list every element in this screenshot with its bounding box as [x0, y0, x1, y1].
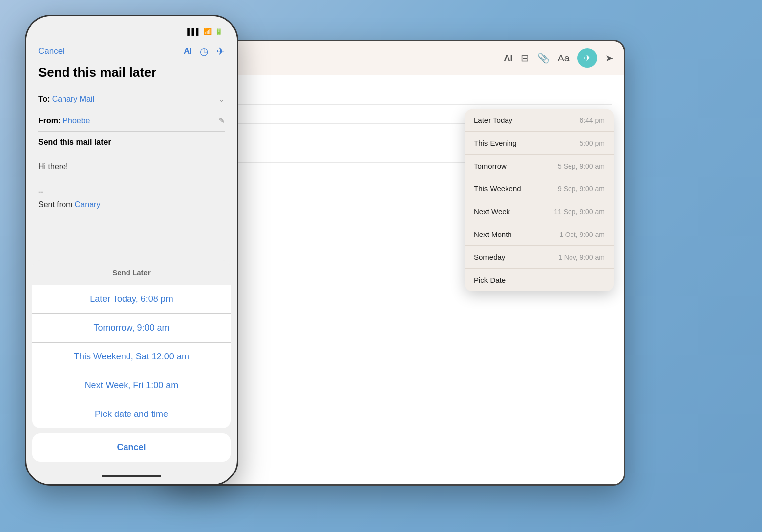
iphone-from-chevron: ✎ — [218, 116, 225, 125]
iphone-subject-field: Send this mail later — [38, 132, 225, 153]
dropdown-item-later-today[interactable]: Later Today 6:44 pm — [465, 109, 614, 132]
iphone-home-indicator — [26, 468, 237, 484]
action-sheet-item-later-today[interactable]: Later Today, 6:08 pm — [32, 285, 231, 314]
iphone-device: ▌▌▌ 📶 🔋 Cancel AI ◷ ✈ Send this mail lat… — [25, 15, 238, 486]
dropdown-label-pick-date: Pick Date — [474, 276, 506, 284]
dropdown-item-next-week[interactable]: Next Week 11 Sep, 9:00 am — [465, 200, 614, 223]
dropdown-label-this-weekend: This Weekend — [474, 184, 521, 193]
dropdown-item-this-weekend[interactable]: This Weekend 9 Sep, 9:00 am — [465, 177, 614, 200]
dropdown-time-next-week: 11 Sep, 9:00 am — [554, 208, 605, 216]
iphone-send-later-icon[interactable]: ◷ — [200, 45, 208, 57]
attachment-icon[interactable]: 📎 — [537, 52, 550, 64]
template-icon[interactable]: ⊟ — [521, 52, 529, 64]
action-sheet: Send Later Later Today, 6:08 pm Tomorrow… — [32, 260, 231, 428]
battery-icon: 🔋 — [215, 28, 223, 35]
iphone-send-icon[interactable]: ✈ — [216, 45, 225, 57]
dropdown-item-next-month[interactable]: Next Month 1 Oct, 9:00 am — [465, 223, 614, 246]
ipad-to-field: Canary Mail — [177, 85, 612, 105]
iphone-signature-line1: -- — [38, 187, 44, 196]
dropdown-label-this-evening: This Evening — [474, 139, 517, 147]
iphone-from-field: From: Phoebe ✎ — [38, 110, 225, 132]
action-sheet-header: Send Later — [32, 260, 231, 285]
send-later-button-circle[interactable]: ✈ — [577, 48, 597, 68]
dropdown-time-next-month: 1 Oct, 9:00 am — [559, 231, 605, 238]
iphone-body-text: Hi there! -- Sent from Canary — [38, 153, 225, 218]
dropdown-item-this-evening[interactable]: This Evening 5:00 pm — [465, 132, 614, 155]
dropdown-label-someday: Someday — [474, 253, 505, 261]
iphone-to-chevron: ⌄ — [218, 94, 225, 104]
iphone-top-icons: AI ◷ ✈ — [184, 45, 225, 57]
iphone-cancel-topbar-button[interactable]: Cancel — [38, 46, 64, 56]
action-sheet-cancel-button[interactable]: Cancel — [32, 433, 231, 462]
dropdown-item-someday[interactable]: Someday 1 Nov, 9:00 am — [465, 246, 614, 269]
iphone-from-value[interactable]: Phoebe — [63, 117, 90, 125]
iphone-ai-button[interactable]: AI — [184, 46, 192, 56]
wifi-icon: 📶 — [204, 28, 212, 35]
dropdown-time-tomorrow: 5 Sep, 9:00 am — [558, 162, 605, 170]
iphone-greeting: Hi there! — [38, 162, 68, 171]
dropdown-item-tomorrow[interactable]: Tomorrow 5 Sep, 9:00 am — [465, 155, 614, 177]
dropdown-item-pick-date[interactable]: Pick Date — [465, 269, 614, 291]
iphone-compose-area: To: Canary Mail ⌄ From: Phoebe ✎ Send th… — [26, 88, 237, 260]
dropdown-time-later-today: 6:44 pm — [579, 117, 605, 124]
iphone-signature-line2: Sent from — [38, 200, 72, 209]
iphone-to-field: To: Canary Mail ⌄ — [38, 88, 225, 110]
font-icon[interactable]: Aa — [558, 53, 570, 64]
iphone-title: Send this mail later — [26, 63, 237, 88]
dropdown-time-someday: 1 Nov, 9:00 am — [558, 253, 605, 261]
dropdown-label-tomorrow: Tomorrow — [474, 162, 507, 170]
send-later-dropdown: Later Today 6:44 pm This Evening 5:00 pm… — [465, 109, 614, 291]
iphone-status-icons: ▌▌▌ 📶 🔋 — [187, 28, 223, 35]
dropdown-time-this-evening: 5:00 pm — [579, 139, 605, 147]
iphone-status-bar: ▌▌▌ 📶 🔋 — [26, 16, 237, 41]
signal-icon: ▌▌▌ — [187, 28, 201, 35]
iphone-top-bar: Cancel AI ◷ ✈ — [26, 41, 237, 63]
dropdown-time-this-weekend: 9 Sep, 9:00 am — [558, 185, 605, 193]
send-later-circle-icon: ✈ — [584, 53, 591, 63]
dropdown-label-later-today: Later Today — [474, 116, 512, 124]
dropdown-label-next-week: Next Week — [474, 207, 510, 216]
iphone-canary-link[interactable]: Canary — [75, 200, 101, 209]
iphone-to-label: To: — [38, 95, 50, 104]
iphone-to-value[interactable]: Canary Mail — [52, 95, 94, 104]
action-sheet-item-pick-date[interactable]: Pick date and time — [32, 400, 231, 428]
send-button[interactable]: ➤ — [605, 52, 614, 64]
dropdown-label-next-month: Next Month — [474, 230, 512, 238]
ai-button[interactable]: AI — [504, 53, 513, 63]
action-sheet-item-next-week[interactable]: Next Week, Fri 1:00 am — [32, 371, 231, 400]
action-sheet-item-tomorrow[interactable]: Tomorrow, 9:00 am — [32, 314, 231, 343]
action-sheet-item-this-weekend[interactable]: This Weekend, Sat 12:00 am — [32, 343, 231, 371]
home-bar — [102, 475, 161, 477]
iphone-from-label: From: — [38, 117, 61, 125]
